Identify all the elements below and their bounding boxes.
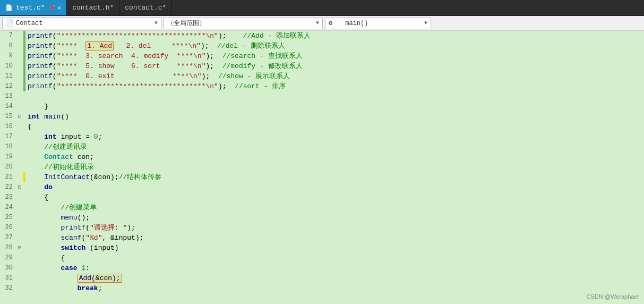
context-dropdown-arrow: ▼: [316, 20, 319, 26]
line-number: 12: [0, 81, 16, 91]
code-line-24: 24 //创建菜单: [0, 202, 644, 213]
tab-label: contact.c*: [125, 4, 166, 12]
line-number: 8: [0, 41, 16, 51]
watermark: CSDN @Weraphael: [587, 293, 639, 300]
gutter-cell: [16, 223, 23, 233]
code-line-9: 9 printf("**** 3. search 4. modify ****\…: [0, 51, 644, 61]
code-text: printf("**** 1. Add 2. del ****\n"); //d…: [25, 41, 644, 51]
line-number: 16: [0, 122, 16, 132]
line-number: 21: [0, 172, 16, 182]
func-dropdown-arrow: ▼: [424, 20, 427, 26]
gutter-cell-fold[interactable]: ⊟: [16, 112, 23, 122]
code-line-16: 16 {: [0, 122, 644, 132]
func-selector[interactable]: ⚙ main() ▼: [325, 18, 431, 29]
tab-label: test.c*: [16, 4, 45, 12]
code-line-25: 25 menu();: [0, 213, 644, 223]
line-number: 24: [0, 202, 16, 213]
code-line-26: 26 printf("请选择: ");: [0, 223, 644, 233]
scope-dropdown-arrow: ▼: [154, 20, 158, 26]
func-icon: ⚙: [329, 19, 332, 27]
gutter-cell: [16, 61, 23, 71]
code-line-30: 30 case 1:: [0, 263, 644, 273]
line-number: 26: [0, 223, 16, 233]
code-area[interactable]: 7 printf("******************************…: [0, 31, 644, 304]
line-number: 13: [0, 91, 16, 102]
code-line-19: 19 Contact con;: [0, 152, 644, 162]
code-text: InitContact(&con);//结构体传参: [25, 172, 644, 182]
gutter-cell-fold[interactable]: ⊟: [16, 182, 23, 192]
gutter-cell: [16, 122, 23, 132]
gutter-cell: [16, 233, 23, 243]
line-number: 19: [0, 152, 16, 162]
code-text: //创建通讯录: [25, 142, 644, 152]
gutter-cell: [16, 273, 23, 283]
code-text: switch (input): [25, 243, 644, 253]
line-number: 18: [0, 142, 16, 152]
code-line-15: 15 ⊟ int main(): [0, 112, 644, 122]
scope-label: Contact: [16, 20, 152, 27]
line-number: 27: [0, 233, 16, 243]
code-line-20: 20 //初始化通讯录: [0, 162, 644, 172]
code-line-31: 31 Add(&con);: [0, 273, 644, 283]
code-line-17: 17 int input = 0;: [0, 132, 644, 142]
gutter-cell: [16, 152, 23, 162]
line-number: 14: [0, 102, 16, 112]
gutter-cell: [16, 253, 23, 263]
context-label: （全局范围）: [167, 19, 305, 28]
gutter-cell: [16, 192, 23, 202]
code-line-14: 14 }: [0, 102, 644, 112]
code-text: do: [25, 182, 644, 192]
gutter-cell: [16, 31, 23, 41]
tab-icon: 📄: [5, 4, 13, 11]
code-line-11: 11 printf("**** 0. exit ****\n"); //show…: [0, 71, 644, 81]
code-line-10: 10 printf("**** 5. show 6. sort ****\n")…: [0, 61, 644, 71]
gutter-cell: [16, 213, 23, 223]
line-number: 23: [0, 192, 16, 202]
code-text: int main(): [25, 112, 644, 122]
tab-pin-icon[interactable]: 📌: [48, 5, 55, 11]
code-text: printf("**** 3. search 4. modify ****\n"…: [25, 51, 644, 61]
code-text: printf("请选择: ");: [25, 223, 644, 233]
tab-test-c[interactable]: 📄 test.c* 📌 ✕: [0, 0, 67, 15]
line-number: 7: [0, 31, 16, 41]
line-number: 11: [0, 71, 16, 81]
code-line-12: 12 printf("*****************************…: [0, 81, 644, 91]
line-number: 20: [0, 162, 16, 172]
gutter-cell: [16, 51, 23, 61]
line-number: 28: [0, 243, 16, 253]
tab-contact-h[interactable]: contact.h*: [67, 0, 119, 15]
gutter-cell: [16, 91, 23, 102]
tab-close-button[interactable]: ✕: [58, 4, 62, 11]
gutter-cell: [16, 142, 23, 152]
code-line-18: 18 //创建通讯录: [0, 142, 644, 152]
code-line-29: 29 {: [0, 253, 644, 263]
line-number: 31: [0, 273, 16, 283]
code-line-28: 28 ⊟ switch (input): [0, 243, 644, 253]
code-text: {: [25, 253, 644, 263]
code-line-21: 21 InitContact(&con);//结构体传参: [0, 172, 644, 182]
code-line-23: 23 {: [0, 192, 644, 202]
code-text: case 1:: [25, 263, 644, 273]
line-number: 30: [0, 263, 16, 273]
gutter-cell: [16, 132, 23, 142]
code-line-7: 7 printf("******************************…: [0, 31, 644, 41]
line-number: 22: [0, 182, 16, 192]
code-text: [25, 91, 644, 102]
func-label: main(): [345, 20, 414, 27]
gutter-cell-fold[interactable]: ⊟: [16, 243, 23, 253]
line-number: 15: [0, 112, 16, 122]
line-number: 10: [0, 61, 16, 71]
code-line-13: 13: [0, 91, 644, 102]
tab-contact-c[interactable]: contact.c*: [119, 0, 172, 15]
gutter-cell: [16, 263, 23, 273]
code-editor: 7 printf("******************************…: [0, 31, 644, 304]
gutter-cell: [16, 102, 23, 112]
code-text: printf("**** 5. show 6. sort ****\n"); /…: [25, 61, 644, 71]
gutter-cell: [16, 71, 23, 81]
code-text: menu();: [25, 213, 644, 223]
code-line-32: 32 break;: [0, 283, 644, 293]
code-text: {: [25, 122, 644, 132]
code-text: printf("********************************…: [25, 81, 644, 91]
context-selector[interactable]: （全局范围） ▼: [164, 18, 323, 29]
scope-selector[interactable]: 📄 Contact ▼: [2, 18, 161, 29]
